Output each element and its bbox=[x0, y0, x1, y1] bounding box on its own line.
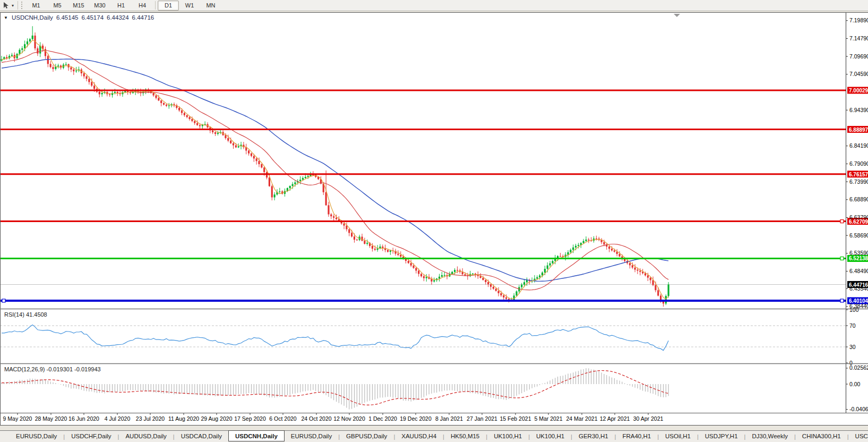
crosshair-tool-icon[interactable] bbox=[2, 1, 11, 10]
line-handle bbox=[840, 257, 844, 260]
svg-text:0.00: 0.00 bbox=[849, 381, 861, 387]
svg-text:30: 30 bbox=[849, 344, 856, 350]
svg-text:9 May 2020: 9 May 2020 bbox=[3, 415, 32, 422]
svg-text:6.63790: 6.63790 bbox=[849, 214, 868, 220]
tool-dropdown-caret-icon[interactable]: ▾ bbox=[12, 3, 14, 8]
timeframe-m30-button[interactable]: M30 bbox=[89, 1, 110, 11]
svg-text:30 Apr 2021: 30 Apr 2021 bbox=[633, 415, 664, 422]
svg-text:1 Dec 2020: 1 Dec 2020 bbox=[368, 415, 397, 422]
moving-averages-layer bbox=[2, 40, 668, 299]
chart-tab-uk100-h1[interactable]: UK100,H1 bbox=[487, 431, 528, 441]
chart-tab-audusd-daily[interactable]: AUDUSD,Daily bbox=[119, 431, 173, 441]
svg-text:11 Aug 2020: 11 Aug 2020 bbox=[168, 415, 199, 422]
svg-text:17 Sep 2020: 17 Sep 2020 bbox=[234, 415, 266, 422]
chart-tab-usdcad-daily[interactable]: USDCAD,Daily bbox=[175, 431, 228, 441]
chart-tab-dj30-weekly[interactable]: DJ30,Weekly bbox=[745, 431, 794, 441]
svg-text:5 Mar 2021: 5 Mar 2021 bbox=[534, 415, 562, 422]
svg-text:6.79090: 6.79090 bbox=[849, 160, 868, 167]
svg-text:28 May 2020: 28 May 2020 bbox=[35, 415, 67, 422]
horizontal-lines-layer[interactable]: 7.000296.888976.761576.627096.521386.401… bbox=[0, 87, 868, 304]
rsi-line bbox=[2, 325, 668, 351]
svg-text:4 Jul 2020: 4 Jul 2020 bbox=[105, 415, 131, 422]
chart-tab-xauusd-h4[interactable]: XAUUSD,H4 bbox=[395, 431, 443, 441]
svg-text:0.025623: 0.025623 bbox=[849, 364, 868, 371]
svg-text:6.52138: 6.52138 bbox=[849, 256, 868, 261]
svg-text:6 Oct 2020: 6 Oct 2020 bbox=[269, 415, 297, 422]
timeframe-mn-button[interactable]: MN bbox=[200, 1, 221, 11]
macd-pane: 0.0256230.00-0.04068 bbox=[2, 364, 868, 412]
slow-ma-line bbox=[2, 59, 668, 281]
svg-text:7.09690: 7.09690 bbox=[849, 53, 868, 60]
svg-text:7.19890: 7.19890 bbox=[849, 17, 868, 23]
line-handle bbox=[840, 220, 844, 223]
price-axis[interactable]: 7.198907.147907.096907.045906.943906.841… bbox=[846, 12, 868, 413]
toolbar-separator bbox=[18, 1, 18, 10]
macd-signal-line bbox=[2, 371, 668, 405]
svg-text:15 Feb 2021: 15 Feb 2021 bbox=[500, 415, 531, 422]
timeframe-d1-button[interactable]: D1 bbox=[158, 1, 179, 11]
svg-text:6.84190: 6.84190 bbox=[849, 142, 868, 149]
chart-tab-usoil-h1[interactable]: USOil,H1 bbox=[659, 431, 697, 441]
svg-text:100: 100 bbox=[849, 307, 859, 313]
chart-tab-usdchf-daily[interactable]: USDCHF,Daily bbox=[65, 431, 117, 441]
svg-text:-0.04068: -0.04068 bbox=[849, 406, 868, 412]
timeframe-w1-button[interactable]: W1 bbox=[179, 1, 200, 11]
chart-tab-usdjpy-h1[interactable]: USDJPY,H1 bbox=[699, 431, 744, 441]
svg-text:24 Mar 2021: 24 Mar 2021 bbox=[566, 415, 598, 422]
svg-text:70: 70 bbox=[849, 322, 856, 329]
horizontal-line-6.40104[interactable]: 6.40104 bbox=[0, 297, 868, 304]
timeframe-m15-button[interactable]: M15 bbox=[68, 1, 89, 11]
chart-tab-usdcnh-daily[interactable]: USDCNH,Daily bbox=[228, 430, 285, 441]
fast-ma-line bbox=[2, 40, 668, 299]
chart-tab-hk50-m15[interactable]: HK50,M15 bbox=[444, 431, 486, 441]
svg-text:7.14790: 7.14790 bbox=[849, 35, 868, 41]
toolbar-separator bbox=[155, 1, 156, 10]
date-axis[interactable]: 9 May 202028 May 202016 Jun 20204 Jul 20… bbox=[3, 413, 664, 422]
svg-text:7.04590: 7.04590 bbox=[849, 71, 868, 77]
horizontal-line-6.76157[interactable]: 6.76157 bbox=[0, 171, 868, 177]
svg-text:6.68890: 6.68890 bbox=[849, 196, 868, 202]
rsi-pane: 10070300 bbox=[0, 307, 859, 366]
timeframe-button-group: M1M5M15M30H1H4D1W1MN bbox=[25, 1, 221, 11]
svg-text:12 Apr 2021: 12 Apr 2021 bbox=[600, 415, 630, 422]
chart-shift-marker-icon[interactable] bbox=[674, 14, 680, 17]
chart-tab-gbpusd-daily[interactable]: GBPUSD,Daily bbox=[340, 431, 393, 441]
svg-text:16 Jun 2020: 16 Jun 2020 bbox=[68, 415, 99, 422]
svg-text:8 Jan 2021: 8 Jan 2021 bbox=[435, 415, 463, 422]
svg-text:24 Oct 2020: 24 Oct 2020 bbox=[301, 415, 331, 422]
svg-text:12 Nov 2020: 12 Nov 2020 bbox=[333, 415, 365, 422]
svg-text:6.43540: 6.43540 bbox=[849, 285, 868, 292]
chart-tab-fra40-h1[interactable]: FRA40,H1 bbox=[616, 431, 657, 441]
toolbar-grip[interactable] bbox=[21, 2, 22, 9]
svg-text:7.00029: 7.00029 bbox=[849, 88, 868, 94]
timeframe-m1-button[interactable]: M1 bbox=[25, 1, 47, 11]
chart-tab-china300-h1[interactable]: CHINA300,H1 bbox=[796, 431, 847, 441]
line-handle bbox=[840, 299, 844, 302]
chart-window: 7.000296.888976.761576.627096.521386.401… bbox=[0, 12, 868, 426]
horizontal-line-6.52138[interactable]: 6.52138 bbox=[0, 255, 868, 262]
svg-text:6.88897: 6.88897 bbox=[849, 127, 868, 133]
horizontal-line-6.88897[interactable]: 6.88897 bbox=[0, 126, 868, 133]
svg-text:6.73990: 6.73990 bbox=[849, 178, 868, 185]
pane-frame bbox=[0, 12, 868, 426]
chart-tab-eurusd-daily[interactable]: EURUSD,Daily bbox=[285, 431, 338, 441]
line-handle bbox=[2, 299, 5, 302]
svg-text:6.94390: 6.94390 bbox=[849, 107, 868, 113]
svg-text:6.48490: 6.48490 bbox=[849, 268, 868, 274]
candles-layer bbox=[1, 26, 669, 307]
timeframe-m5-button[interactable]: M5 bbox=[47, 1, 68, 11]
chart-canvas[interactable]: 7.000296.888976.761576.627096.521386.401… bbox=[0, 12, 868, 426]
horizontal-line-6.62709[interactable]: 6.62709 bbox=[0, 218, 868, 225]
timeframe-h4-button[interactable]: H4 bbox=[132, 1, 153, 11]
chart-tab-ger30-h1[interactable]: GER30,H1 bbox=[572, 431, 615, 441]
cursor-arrow-icon bbox=[3, 2, 10, 9]
timeframe-h1-button[interactable]: H1 bbox=[110, 1, 132, 11]
chart-tab-usc[interactable]: USC bbox=[849, 431, 868, 441]
chart-tab-eurusd-daily[interactable]: EURUSD,Daily bbox=[10, 431, 63, 441]
svg-text:29 Aug 2020: 29 Aug 2020 bbox=[201, 415, 233, 422]
svg-text:6.76157: 6.76157 bbox=[849, 172, 868, 177]
svg-text:27 Jan 2021: 27 Jan 2021 bbox=[467, 415, 497, 422]
toolbar: ▾ M1M5M15M30H1H4D1W1MN bbox=[0, 0, 868, 11]
chart-tabbar: EURUSD,Daily|USDCHF,Daily|AUDUSD,Daily|U… bbox=[0, 430, 868, 442]
chart-tab-uk100-h1[interactable]: UK100,H1 bbox=[530, 431, 571, 441]
